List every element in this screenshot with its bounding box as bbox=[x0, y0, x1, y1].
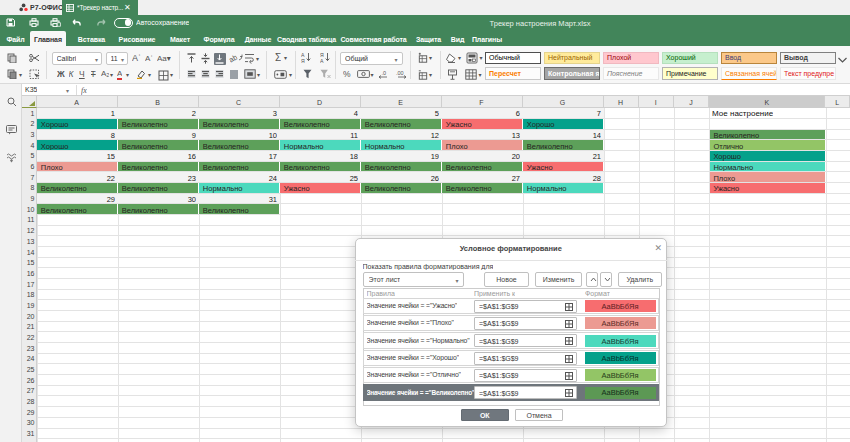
svg-text:.00: .00 bbox=[396, 70, 404, 76]
svg-text:А: А bbox=[320, 58, 324, 63]
svg-text:.0: .0 bbox=[382, 70, 387, 76]
svg-text:Я: Я bbox=[301, 58, 305, 63]
